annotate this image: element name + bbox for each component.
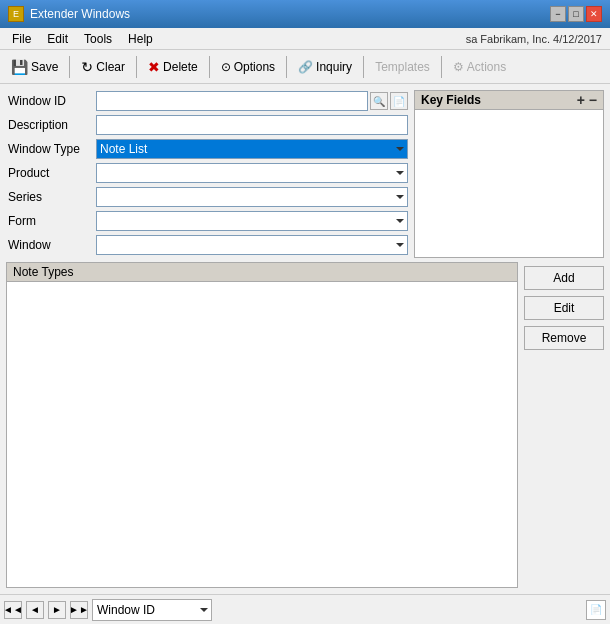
nav-first-button[interactable]: ◄◄ xyxy=(4,601,22,619)
title-bar: E Extender Windows − □ ✕ xyxy=(0,0,610,28)
remove-button[interactable]: Remove xyxy=(524,326,604,350)
delete-button[interactable]: ✖ Delete xyxy=(141,53,205,81)
separator-3 xyxy=(209,56,210,78)
menu-items: File Edit Tools Help xyxy=(4,30,161,48)
minimize-button[interactable]: − xyxy=(550,6,566,22)
window-type-row: Window Type Note List Standard Lookup De… xyxy=(6,138,408,160)
templates-label: Templates xyxy=(375,60,430,74)
inquiry-button[interactable]: 🔗 Inquiry xyxy=(291,53,359,81)
app-icon: E xyxy=(8,6,24,22)
clear-icon: ↺ xyxy=(81,59,93,75)
product-row: Product xyxy=(6,162,408,184)
nav-field-select[interactable]: Window ID Description xyxy=(92,599,212,621)
description-input[interactable] xyxy=(96,115,408,135)
menu-edit[interactable]: Edit xyxy=(39,30,76,48)
key-fields-controls: + − xyxy=(577,93,597,107)
form-area: Window ID 🔍 📄 Description Window Type xyxy=(6,90,604,258)
description-row: Description xyxy=(6,114,408,136)
form-row: Form xyxy=(6,210,408,232)
window-select[interactable] xyxy=(96,235,408,255)
note-types-buttons: Add Edit Remove xyxy=(524,262,604,588)
window-id-label: Window ID xyxy=(6,94,96,108)
series-select[interactable] xyxy=(96,187,408,207)
product-label: Product xyxy=(6,166,96,180)
note-types-content xyxy=(7,282,517,584)
key-fields-remove-btn[interactable]: − xyxy=(589,93,597,107)
user-info: sa Fabrikam, Inc. 4/12/2017 xyxy=(466,33,606,45)
separator-2 xyxy=(136,56,137,78)
note-types-header: Note Types xyxy=(7,263,517,282)
description-label: Description xyxy=(6,118,96,132)
templates-button[interactable]: Templates xyxy=(368,53,437,81)
key-fields-panel: Key Fields + − xyxy=(414,90,604,258)
title-bar-controls: − □ ✕ xyxy=(550,6,602,22)
form-select[interactable] xyxy=(96,211,408,231)
edit-button[interactable]: Edit xyxy=(524,296,604,320)
note-types-section: Note Types Add Edit Remove xyxy=(6,262,604,588)
status-bar: ◄◄ ◄ ► ►► Window ID Description 📄 xyxy=(0,594,610,624)
options-button[interactable]: ⊙ Options xyxy=(214,53,282,81)
actions-button[interactable]: ⚙ Actions xyxy=(446,53,513,81)
clear-button[interactable]: ↺ Clear xyxy=(74,53,132,81)
separator-5 xyxy=(363,56,364,78)
note-types-box: Note Types xyxy=(6,262,518,588)
window-type-select[interactable]: Note List Standard Lookup Detail xyxy=(96,139,408,159)
menu-tools[interactable]: Tools xyxy=(76,30,120,48)
separator-4 xyxy=(286,56,287,78)
key-fields-label: Key Fields xyxy=(421,93,481,107)
form-label: Form xyxy=(6,214,96,228)
new-icon[interactable]: 📄 xyxy=(390,92,408,110)
restore-button[interactable]: □ xyxy=(568,6,584,22)
window-id-icons: 🔍 📄 xyxy=(370,92,408,110)
gear-icon: ⚙ xyxy=(453,60,464,74)
window-id-row: Window ID 🔍 📄 xyxy=(6,90,408,112)
actions-label: Actions xyxy=(467,60,506,74)
clear-label: Clear xyxy=(96,60,125,74)
page-icon: 📄 xyxy=(586,600,606,620)
options-label: Options xyxy=(234,60,275,74)
menu-help[interactable]: Help xyxy=(120,30,161,48)
close-button[interactable]: ✕ xyxy=(586,6,602,22)
save-label: Save xyxy=(31,60,58,74)
key-fields-add-btn[interactable]: + xyxy=(577,93,585,107)
menu-bar: File Edit Tools Help sa Fabrikam, Inc. 4… xyxy=(0,28,610,50)
nav-prev-button[interactable]: ◄ xyxy=(26,601,44,619)
save-icon: 💾 xyxy=(11,59,28,75)
search-icon[interactable]: 🔍 xyxy=(370,92,388,110)
radio-icon: ⊙ xyxy=(221,60,231,74)
save-button[interactable]: 💾 Save xyxy=(4,53,65,81)
inquiry-label: Inquiry xyxy=(316,60,352,74)
window-row: Window xyxy=(6,234,408,256)
add-button[interactable]: Add xyxy=(524,266,604,290)
nav-last-button[interactable]: ►► xyxy=(70,601,88,619)
separator-6 xyxy=(441,56,442,78)
delete-label: Delete xyxy=(163,60,198,74)
toolbar: 💾 Save ↺ Clear ✖ Delete ⊙ Options 🔗 Inqu… xyxy=(0,50,610,84)
separator-1 xyxy=(69,56,70,78)
link-icon: 🔗 xyxy=(298,60,313,74)
delete-icon: ✖ xyxy=(148,59,160,75)
window-label: Window xyxy=(6,238,96,252)
window-type-label: Window Type xyxy=(6,142,96,156)
series-row: Series xyxy=(6,186,408,208)
key-fields-header: Key Fields + − xyxy=(415,91,603,110)
window-id-input[interactable] xyxy=(96,91,368,111)
key-fields-content xyxy=(415,110,603,254)
series-label: Series xyxy=(6,190,96,204)
product-select[interactable] xyxy=(96,163,408,183)
main-content: Window ID 🔍 📄 Description Window Type xyxy=(0,84,610,594)
menu-file[interactable]: File xyxy=(4,30,39,48)
note-types-label: Note Types xyxy=(13,265,73,279)
status-right: 📄 xyxy=(586,600,606,620)
nav-next-button[interactable]: ► xyxy=(48,601,66,619)
title-bar-title: Extender Windows xyxy=(30,7,130,21)
form-left: Window ID 🔍 📄 Description Window Type xyxy=(6,90,408,258)
